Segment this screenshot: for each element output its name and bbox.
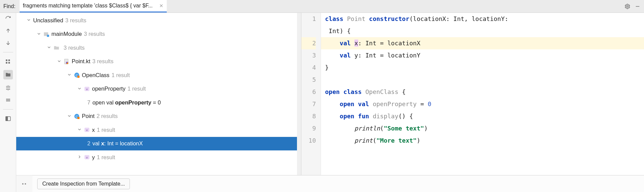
left-gutter (0, 13, 16, 192)
arrow-up-icon[interactable] (4, 27, 12, 34)
svg-rect-19 (77, 76, 79, 78)
node-label: OpenClass (82, 72, 110, 78)
find-label: Find: (3, 3, 16, 9)
ktfile-icon (64, 58, 70, 65)
svg-rect-4 (6, 62, 7, 64)
code-line[interactable]: val x: Int = locationX (321, 37, 644, 49)
chevron-down-icon[interactable] (67, 72, 72, 78)
node-count: 3 results (64, 45, 85, 51)
chevron-down-icon[interactable] (26, 18, 32, 23)
layout-icon[interactable] (4, 58, 12, 65)
result-match[interactable]: 7open val openProperty = 0 (16, 96, 301, 110)
folder-icon[interactable] (3, 70, 13, 79)
line-number: 7 (87, 99, 90, 106)
code-line[interactable]: print("More text") (321, 135, 644, 147)
tree-node-prop[interactable]: vy1 result (16, 150, 301, 164)
code-line[interactable]: class Point constructor(locationX: Int, … (321, 13, 644, 25)
svg-text:v: v (86, 128, 88, 132)
find-toolbar: Find: fragments matching template 'class… (0, 0, 644, 13)
code-line[interactable]: Int) { (321, 25, 644, 37)
tree-node-group[interactable]: Unclassified3 results (16, 14, 301, 27)
svg-rect-5 (8, 62, 10, 64)
val-icon: v (84, 86, 90, 92)
tree-node-folder[interactable]: 3 results (16, 41, 301, 55)
footer: Create Inspection from Template... (32, 175, 644, 192)
node-count: 3 results (84, 31, 105, 37)
gear-icon[interactable] (624, 3, 630, 9)
match-text: val x: Int = locationX (92, 140, 143, 147)
expand-icon[interactable] (4, 84, 12, 92)
line-number: 6 (301, 86, 316, 98)
chevron-down-icon[interactable] (77, 127, 83, 133)
node-label: mainModule (51, 31, 82, 37)
node-count: 1 result (112, 72, 130, 78)
code-line[interactable]: open fun display() { (321, 110, 644, 122)
panel-icon[interactable] (4, 115, 12, 122)
line-number: 4 (301, 62, 316, 74)
code-line[interactable]: println("Some text") (321, 122, 644, 135)
module-icon (43, 31, 49, 37)
result-match[interactable]: 2val x: Int = locationX (16, 137, 301, 151)
chevron-right-icon[interactable] (77, 154, 83, 160)
code-line[interactable] (321, 74, 644, 86)
minimize-icon[interactable] (635, 3, 641, 9)
code-line[interactable]: open val openProperty = 0 (321, 98, 644, 110)
node-label: Point.kt (72, 58, 90, 65)
node-count: 3 results (65, 17, 86, 24)
val-icon: v (84, 154, 90, 160)
svg-rect-13 (6, 117, 7, 121)
code-line[interactable]: open class OpenClass { (321, 86, 644, 98)
svg-point-0 (627, 5, 628, 7)
svg-rect-2 (6, 59, 7, 61)
val-icon: v (84, 127, 90, 133)
tree-node-prop[interactable]: vx1 result (16, 123, 301, 137)
line-number: 5 (301, 74, 316, 86)
scrollbar-thumb[interactable] (297, 40, 301, 97)
tree-node-file[interactable]: Point.kt3 results (16, 55, 301, 69)
tree-node-class[interactable]: CPoint2 results (16, 110, 301, 123)
chevron-down-icon[interactable] (47, 45, 52, 50)
svg-text:v: v (86, 87, 88, 91)
find-tab-label: fragments matching template 'class $Clas… (23, 3, 153, 9)
tree-node-class[interactable]: COpenClass1 result (16, 68, 301, 82)
line-number: 2 (301, 37, 316, 49)
match-text: open val openProperty = 0 (92, 99, 161, 106)
collapse-icon[interactable] (4, 96, 12, 104)
svg-rect-24 (77, 117, 79, 119)
node-count: 1 result (128, 86, 146, 92)
line-number: 7 (301, 98, 316, 110)
chevron-down-icon[interactable] (57, 59, 62, 64)
chevron-down-icon[interactable] (77, 86, 83, 92)
create-inspection-button[interactable]: Create Inspection from Template... (37, 178, 130, 189)
chevron-down-icon[interactable] (67, 114, 72, 119)
close-icon[interactable]: ✕ (159, 3, 163, 8)
svg-text:v: v (86, 155, 88, 159)
code-line[interactable]: val y: Int = locationY (321, 49, 644, 62)
ktclass-icon: C (74, 72, 80, 78)
chevron-down-icon[interactable] (37, 31, 42, 37)
line-number (301, 25, 316, 37)
refresh-icon[interactable] (4, 15, 12, 22)
node-count: 1 result (97, 154, 115, 161)
more-icon[interactable] (16, 175, 32, 192)
node-count: 2 results (97, 113, 118, 119)
code-line[interactable]: } (321, 62, 644, 74)
code-preview[interactable]: 12345678910 class Point constructor(loca… (301, 13, 644, 175)
node-label: openProperty (92, 86, 125, 92)
line-number: 8 (301, 110, 316, 122)
node-label: x (92, 127, 95, 133)
tree-node-prop[interactable]: vopenProperty1 result (16, 82, 301, 96)
node-label: Point (82, 113, 95, 119)
arrow-down-icon[interactable] (4, 39, 12, 47)
node-count: 1 result (97, 127, 115, 133)
svg-rect-3 (8, 59, 10, 61)
line-number: 1 (301, 13, 316, 25)
results-tree[interactable]: Unclassified3 resultsmainModule3 results… (16, 13, 301, 175)
ktclass-icon: C (74, 113, 80, 119)
line-number: 10 (301, 135, 316, 147)
find-tab[interactable]: fragments matching template 'class $Clas… (20, 0, 167, 13)
node-label: y (92, 154, 95, 161)
node-count: 3 results (92, 58, 113, 65)
tree-node-module[interactable]: mainModule3 results (16, 27, 301, 41)
line-number: 3 (301, 49, 316, 62)
